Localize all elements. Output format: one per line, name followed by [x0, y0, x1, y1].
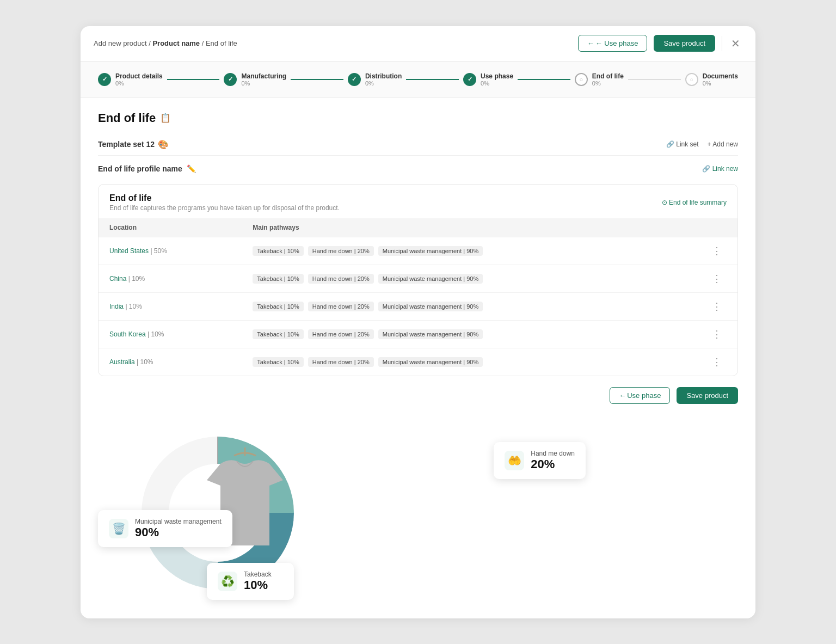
- step-pct-end-of-life: 0%: [592, 80, 624, 87]
- location-link[interactable]: South Korea: [109, 330, 146, 338]
- hand-me-down-card: 🤲 Hand me down 20%: [494, 442, 586, 479]
- table-row: United States | 50%Takeback | 10%Hand me…: [99, 237, 737, 265]
- bottom-actions: ← Use phase Save product: [98, 376, 738, 409]
- step-info-product-details: Product details 0%: [115, 72, 163, 87]
- step-label-documents: Documents: [703, 72, 738, 80]
- use-phase-label: ← Use phase: [595, 39, 638, 47]
- pathway-tag: Hand me down | 20%: [308, 302, 374, 311]
- table-row: India | 10%Takeback | 10%Hand me down | …: [99, 292, 737, 320]
- breadcrumb-start: Add new product /: [94, 39, 152, 47]
- step-manufacturing: ✓ Manufacturing 0%: [224, 72, 286, 87]
- arrow-left-icon: ←: [587, 39, 594, 47]
- municipal-label: Municipal waste management: [135, 518, 222, 525]
- link-new-button[interactable]: 🔗 Link new: [702, 165, 738, 173]
- step-documents: ○ Documents 0%: [685, 72, 738, 87]
- profile-section-label: End of life profile name: [98, 164, 182, 173]
- copy-icon[interactable]: 📋: [160, 113, 171, 123]
- breadcrumb-product: Product name: [152, 39, 200, 47]
- step-product-details: ✓ Product details 0%: [98, 72, 163, 87]
- municipal-card: 🗑️ Municipal waste management 90%: [98, 510, 232, 547]
- step-info-manufacturing: Manufacturing 0%: [241, 72, 286, 87]
- step-pct-distribution: 0%: [365, 80, 402, 87]
- municipal-info: Municipal waste management 90%: [135, 518, 222, 539]
- progress-steps: ✓ Product details 0% ✓ Manufacturing 0% …: [81, 62, 755, 98]
- header-divider: [722, 36, 722, 51]
- step-pct-manufacturing: 0%: [241, 80, 286, 87]
- step-label-use-phase: Use phase: [481, 72, 513, 80]
- pathway-tag: Municipal waste management | 90%: [378, 329, 483, 339]
- municipal-icon: 🗑️: [109, 519, 128, 538]
- pathway-tag: Takeback | 10%: [253, 246, 303, 256]
- template-name: Template set 12 🎨: [98, 139, 169, 150]
- page-title: End of life: [98, 111, 156, 125]
- location-link[interactable]: India: [109, 303, 124, 310]
- row-more-button[interactable]: ⋮: [708, 243, 727, 259]
- takeback-label: Takeback: [244, 571, 272, 578]
- link-set-button[interactable]: 🔗 Link set: [666, 140, 699, 148]
- pathways-cell: Takeback | 10%Hand me down | 20%Municipa…: [253, 246, 686, 256]
- save-product-button-top[interactable]: Save product: [654, 35, 715, 52]
- breadcrumb: Add new product / Product name / End of …: [94, 39, 237, 47]
- eol-summary-button[interactable]: ⊙ End of life summary: [662, 199, 727, 206]
- pathways-cell: Takeback | 10%Hand me down | 20%Municipa…: [253, 274, 686, 284]
- viz-area: 🤲 Hand me down 20% 🗑️ Municipal waste ma…: [98, 420, 738, 605]
- pathway-tag: Takeback | 10%: [253, 357, 303, 367]
- pathways-cell: Takeback | 10%Hand me down | 20%Municipa…: [253, 357, 686, 367]
- hand-me-down-pct: 20%: [531, 457, 575, 471]
- location-link[interactable]: Australia: [109, 358, 135, 366]
- main-card: Add new product / Product name / End of …: [81, 26, 755, 618]
- step-label-distribution: Distribution: [365, 72, 402, 80]
- profile-name-row: End of life profile name ✏️ 🔗 Link new: [98, 164, 738, 173]
- eol-section: End of life End of life captures the pro…: [98, 184, 738, 376]
- use-phase-label-bottom: Use phase: [627, 391, 661, 400]
- municipal-pct: 90%: [135, 525, 222, 539]
- pathway-tag: Municipal waste management | 90%: [378, 246, 483, 256]
- row-more-button[interactable]: ⋮: [708, 298, 727, 315]
- add-new-button[interactable]: + Add new: [708, 140, 738, 148]
- step-pct-product-details: 0%: [115, 80, 163, 87]
- step-use-phase: ✓ Use phase 0%: [463, 72, 513, 87]
- pathway-tag: Municipal waste management | 90%: [378, 302, 483, 311]
- main-content: End of life 📋 Template set 12 🎨 🔗 Link s…: [81, 98, 755, 618]
- close-button[interactable]: ✕: [729, 35, 742, 52]
- hand-me-down-info: Hand me down 20%: [531, 450, 575, 471]
- table-row: Australia | 10%Takeback | 10%Hand me dow…: [99, 348, 737, 376]
- arrow-left-icon-bottom: ←: [619, 391, 626, 400]
- takeback-card: ♻️ Takeback 10%: [207, 563, 294, 600]
- step-line-2: [291, 79, 343, 80]
- step-line-4: [518, 79, 570, 80]
- row-more-button[interactable]: ⋮: [708, 271, 727, 287]
- pathway-tag: Hand me down | 20%: [308, 357, 374, 367]
- use-phase-button[interactable]: ← ← Use phase: [578, 35, 648, 52]
- template-row: Template set 12 🎨 🔗 Link set + Add new: [98, 134, 738, 156]
- pathway-tag: Municipal waste management | 90%: [378, 274, 483, 284]
- pathways-cell: Takeback | 10%Hand me down | 20%Municipa…: [253, 302, 686, 311]
- edit-icon[interactable]: ✏️: [187, 164, 196, 173]
- step-pct-documents: 0%: [703, 80, 738, 87]
- step-distribution: ✓ Distribution 0%: [348, 72, 402, 87]
- pathway-tag: Hand me down | 20%: [308, 246, 374, 256]
- step-line-1: [167, 79, 220, 80]
- pathway-tag: Takeback | 10%: [253, 302, 303, 311]
- pathway-tag: Hand me down | 20%: [308, 329, 374, 339]
- save-product-button-bottom[interactable]: Save product: [677, 387, 738, 404]
- header-actions: ← ← Use phase Save product ✕: [578, 35, 742, 52]
- eol-subtitle: End of life captures the programs you ha…: [109, 204, 340, 212]
- eol-table-head: Location Main pathways: [99, 218, 737, 237]
- table-row: China | 10%Takeback | 10%Hand me down | …: [99, 265, 737, 292]
- step-label-end-of-life: End of life: [592, 72, 624, 80]
- location-link[interactable]: China: [109, 275, 126, 283]
- profile-name: End of life profile name ✏️: [98, 164, 196, 173]
- takeback-pct: 10%: [244, 578, 272, 592]
- use-phase-button-bottom[interactable]: ← Use phase: [610, 387, 670, 404]
- hand-me-down-label: Hand me down: [531, 450, 575, 457]
- step-line-5: [628, 79, 681, 80]
- col-pathways: Main pathways: [242, 218, 697, 237]
- header: Add new product / Product name / End of …: [81, 26, 755, 62]
- pathway-tag: Takeback | 10%: [253, 329, 303, 339]
- location-link[interactable]: United States: [109, 247, 149, 255]
- pathway-tag: Municipal waste management | 90%: [378, 357, 483, 367]
- row-more-button[interactable]: ⋮: [708, 326, 727, 342]
- row-more-button[interactable]: ⋮: [708, 354, 727, 370]
- step-line-3: [406, 79, 459, 80]
